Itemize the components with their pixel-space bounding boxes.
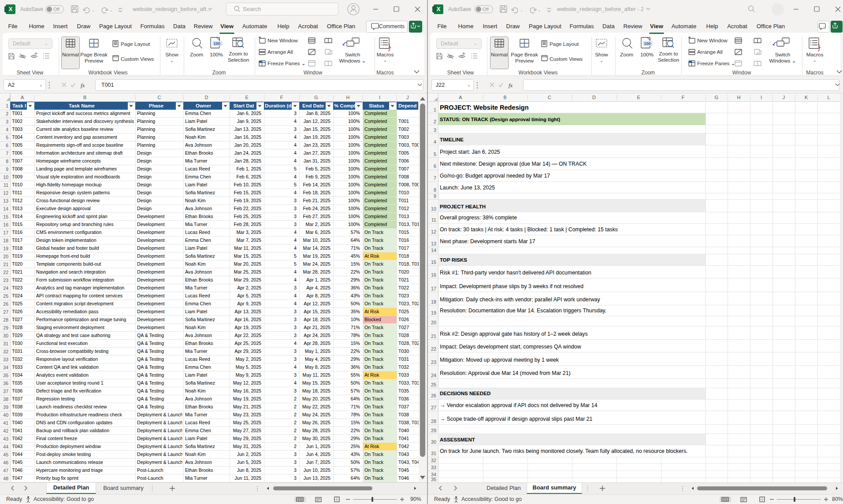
svg-text:fx: fx	[509, 82, 513, 89]
svg-text:100: 100	[214, 41, 220, 46]
svg-text:fx: fx	[81, 82, 85, 89]
svg-text:⌄: ⌄	[92, 8, 95, 12]
svg-text:⌄: ⌄	[109, 8, 113, 12]
svg-text:100: 100	[644, 41, 651, 46]
svg-text:⌄: ⌄	[538, 8, 541, 12]
svg-text:⌄: ⌄	[520, 8, 524, 12]
